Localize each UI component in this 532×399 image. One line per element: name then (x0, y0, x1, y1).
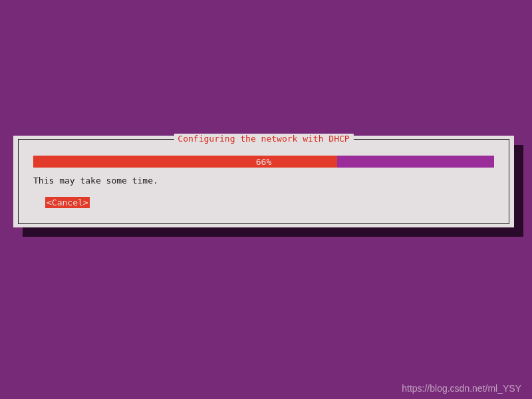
progress-bar: 66% (33, 156, 494, 168)
watermark: https://blog.csdn.net/ml_YSY (402, 383, 521, 394)
progress-text: 66% (256, 157, 271, 167)
status-message: This may take some time. (33, 176, 158, 186)
cancel-button[interactable]: <Cancel> (45, 197, 90, 208)
dialog: Configuring the network with DHCP 66% Th… (13, 136, 514, 227)
dialog-title: Configuring the network with DHCP (174, 134, 353, 144)
progress-fill (33, 156, 337, 168)
